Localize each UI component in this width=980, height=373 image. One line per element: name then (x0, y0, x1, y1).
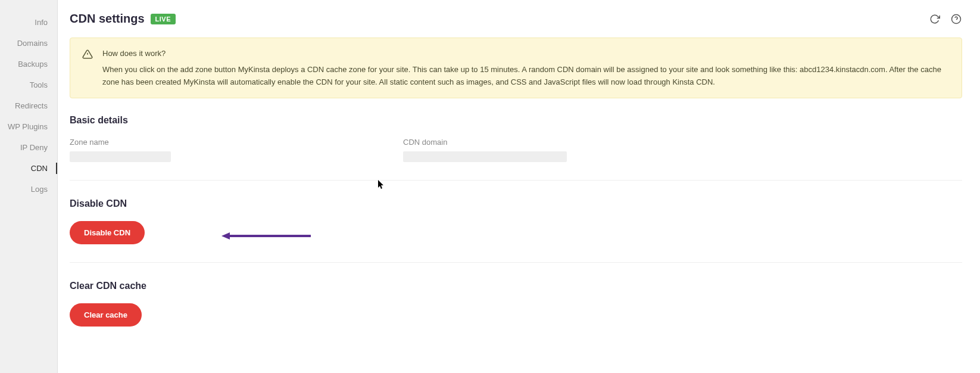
sidebar-item-backups[interactable]: Backups (0, 54, 57, 74)
zone-name-label: Zone name (70, 138, 367, 147)
zone-name-value (70, 151, 171, 162)
svg-marker-5 (221, 232, 230, 240)
notice-body: How does it work? When you click on the … (102, 48, 950, 88)
clear-cache-section: Clear CDN cache Clear cache (70, 281, 962, 327)
warning-icon (82, 49, 93, 60)
notice-text: When you click on the add zone button My… (102, 64, 950, 89)
zone-name-block: Zone name (70, 138, 367, 162)
page-title-wrap: CDN settings LIVE (70, 12, 176, 26)
sidebar-item-ip-deny[interactable]: IP Deny (0, 137, 57, 158)
cdn-domain-block: CDN domain (403, 138, 701, 162)
info-notice: How does it work? When you click on the … (70, 38, 962, 98)
refresh-icon[interactable] (929, 13, 941, 25)
help-icon[interactable] (950, 13, 962, 25)
sidebar-item-info[interactable]: Info (0, 12, 57, 33)
basic-details-section: Basic details Zone name CDN domain (70, 115, 962, 162)
disable-cdn-button[interactable]: Disable CDN (70, 221, 145, 244)
cdn-domain-value (403, 151, 567, 162)
sidebar-item-wp-plugins[interactable]: WP Plugins (0, 116, 57, 137)
sidebar-item-logs[interactable]: Logs (0, 179, 57, 200)
page-header: CDN settings LIVE (70, 12, 962, 26)
section-divider (70, 180, 962, 181)
basic-details-title: Basic details (70, 115, 962, 126)
live-badge: LIVE (151, 14, 176, 24)
details-row: Zone name CDN domain (70, 138, 962, 162)
annotation-arrow-icon (221, 232, 311, 240)
cursor-icon (378, 180, 385, 189)
clear-cache-title: Clear CDN cache (70, 281, 962, 291)
sidebar-item-cdn[interactable]: CDN (0, 158, 57, 179)
header-actions (929, 13, 962, 25)
sidebar-item-tools[interactable]: Tools (0, 74, 57, 95)
page-title: CDN settings (70, 12, 145, 26)
clear-cache-button[interactable]: Clear cache (70, 303, 142, 327)
cdn-domain-label: CDN domain (403, 138, 701, 147)
sidebar-item-domains[interactable]: Domains (0, 33, 57, 54)
disable-cdn-title: Disable CDN (70, 198, 962, 209)
notice-title: How does it work? (102, 48, 950, 60)
disable-cdn-section: Disable CDN Disable CDN (70, 198, 962, 244)
sidebar-item-redirects[interactable]: Redirects (0, 95, 57, 116)
sidebar: Info Domains Backups Tools Redirects WP … (0, 0, 58, 373)
main-content: CDN settings LIVE (58, 0, 980, 373)
section-divider (70, 262, 962, 263)
